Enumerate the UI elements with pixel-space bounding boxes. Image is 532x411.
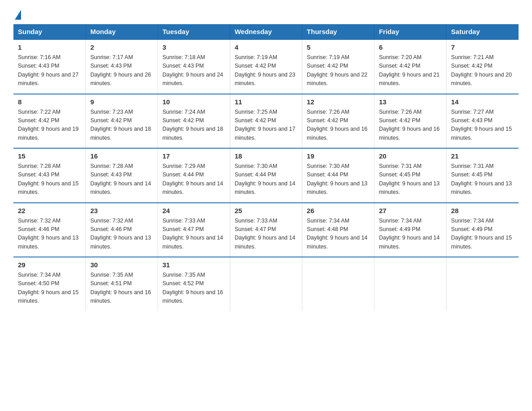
calendar-day-cell [446, 257, 519, 311]
calendar-day-cell: 7 Sunrise: 7:21 AM Sunset: 4:42 PM Dayli… [446, 39, 519, 94]
day-info: Sunrise: 7:17 AM Sunset: 4:43 PM Dayligh… [90, 53, 153, 88]
day-info: Sunrise: 7:33 AM Sunset: 4:47 PM Dayligh… [163, 217, 225, 252]
day-info: Sunrise: 7:30 AM Sunset: 4:44 PM Dayligh… [307, 162, 369, 197]
calendar-week-row: 8 Sunrise: 7:22 AM Sunset: 4:42 PM Dayli… [13, 94, 519, 149]
header [13, 9, 519, 20]
day-info: Sunrise: 7:25 AM Sunset: 4:42 PM Dayligh… [235, 108, 297, 143]
calendar-day-cell: 3 Sunrise: 7:18 AM Sunset: 4:43 PM Dayli… [158, 39, 230, 94]
day-number: 24 [163, 207, 225, 214]
day-number: 5 [307, 43, 369, 51]
calendar-day-cell: 6 Sunrise: 7:20 AM Sunset: 4:42 PM Dayli… [374, 39, 446, 94]
day-info: Sunrise: 7:31 AM Sunset: 4:45 PM Dayligh… [379, 162, 442, 197]
calendar-day-cell: 24 Sunrise: 7:33 AM Sunset: 4:47 PM Dayl… [158, 203, 230, 257]
day-info: Sunrise: 7:35 AM Sunset: 4:51 PM Dayligh… [90, 271, 153, 306]
calendar-day-cell: 26 Sunrise: 7:34 AM Sunset: 4:48 PM Dayl… [302, 203, 374, 257]
day-number: 4 [235, 43, 297, 51]
calendar-day-cell: 4 Sunrise: 7:19 AM Sunset: 4:42 PM Dayli… [230, 39, 302, 94]
day-number: 28 [451, 207, 514, 214]
day-number: 21 [451, 152, 514, 160]
calendar-day-cell: 30 Sunrise: 7:35 AM Sunset: 4:51 PM Dayl… [86, 257, 158, 311]
day-info: Sunrise: 7:19 AM Sunset: 4:42 PM Dayligh… [307, 53, 369, 88]
calendar-day-cell: 18 Sunrise: 7:30 AM Sunset: 4:44 PM Dayl… [230, 148, 302, 203]
day-number: 22 [18, 207, 81, 214]
calendar-weekday-header: Wednesday [230, 24, 302, 39]
day-info: Sunrise: 7:31 AM Sunset: 4:45 PM Dayligh… [451, 162, 514, 197]
calendar-day-cell: 15 Sunrise: 7:28 AM Sunset: 4:43 PM Dayl… [13, 148, 86, 203]
calendar-day-cell [302, 257, 374, 311]
calendar-week-row: 29 Sunrise: 7:34 AM Sunset: 4:50 PM Dayl… [13, 257, 519, 311]
calendar-day-cell: 17 Sunrise: 7:29 AM Sunset: 4:44 PM Dayl… [158, 148, 230, 203]
day-info: Sunrise: 7:28 AM Sunset: 4:43 PM Dayligh… [18, 162, 81, 197]
day-info: Sunrise: 7:26 AM Sunset: 4:42 PM Dayligh… [379, 108, 442, 143]
calendar-week-row: 22 Sunrise: 7:32 AM Sunset: 4:46 PM Dayl… [13, 203, 519, 257]
day-info: Sunrise: 7:32 AM Sunset: 4:46 PM Dayligh… [18, 217, 81, 252]
day-info: Sunrise: 7:21 AM Sunset: 4:42 PM Dayligh… [451, 53, 514, 88]
calendar-day-cell: 2 Sunrise: 7:17 AM Sunset: 4:43 PM Dayli… [86, 39, 158, 94]
day-number: 31 [163, 261, 225, 269]
calendar-day-cell: 22 Sunrise: 7:32 AM Sunset: 4:46 PM Dayl… [13, 203, 86, 257]
day-info: Sunrise: 7:24 AM Sunset: 4:42 PM Dayligh… [163, 108, 225, 143]
day-number: 1 [18, 43, 81, 51]
calendar-day-cell: 29 Sunrise: 7:34 AM Sunset: 4:50 PM Dayl… [13, 257, 86, 311]
day-info: Sunrise: 7:30 AM Sunset: 4:44 PM Dayligh… [235, 162, 297, 197]
day-number: 9 [90, 98, 153, 106]
calendar-day-cell: 1 Sunrise: 7:16 AM Sunset: 4:43 PM Dayli… [13, 39, 86, 94]
logo-triangle-icon [15, 10, 21, 20]
calendar-day-cell [230, 257, 302, 311]
calendar-day-cell [374, 257, 446, 311]
day-number: 2 [90, 43, 153, 51]
calendar-day-cell: 8 Sunrise: 7:22 AM Sunset: 4:42 PM Dayli… [13, 94, 86, 149]
calendar-day-cell: 23 Sunrise: 7:32 AM Sunset: 4:46 PM Dayl… [86, 203, 158, 257]
day-info: Sunrise: 7:18 AM Sunset: 4:43 PM Dayligh… [163, 53, 225, 88]
calendar-day-cell: 16 Sunrise: 7:28 AM Sunset: 4:43 PM Dayl… [86, 148, 158, 203]
calendar-weekday-header: Friday [374, 24, 446, 39]
calendar-day-cell: 28 Sunrise: 7:34 AM Sunset: 4:49 PM Dayl… [446, 203, 519, 257]
calendar-day-cell: 10 Sunrise: 7:24 AM Sunset: 4:42 PM Dayl… [158, 94, 230, 149]
day-number: 23 [90, 207, 153, 214]
day-number: 20 [379, 152, 442, 160]
day-number: 12 [307, 98, 369, 106]
calendar-weekday-header: Sunday [13, 24, 86, 39]
day-number: 25 [235, 207, 297, 214]
day-info: Sunrise: 7:19 AM Sunset: 4:42 PM Dayligh… [235, 53, 297, 88]
calendar-day-cell: 31 Sunrise: 7:35 AM Sunset: 4:52 PM Dayl… [158, 257, 230, 311]
calendar-weekday-header: Saturday [446, 24, 519, 39]
calendar-day-cell: 21 Sunrise: 7:31 AM Sunset: 4:45 PM Dayl… [446, 148, 519, 203]
day-number: 3 [163, 43, 225, 51]
day-number: 10 [163, 98, 225, 106]
day-number: 17 [163, 152, 225, 160]
day-info: Sunrise: 7:35 AM Sunset: 4:52 PM Dayligh… [163, 271, 225, 306]
day-info: Sunrise: 7:28 AM Sunset: 4:43 PM Dayligh… [90, 162, 153, 197]
calendar-weekday-header: Monday [86, 24, 158, 39]
day-info: Sunrise: 7:29 AM Sunset: 4:44 PM Dayligh… [163, 162, 225, 197]
calendar-weekday-header: Thursday [302, 24, 374, 39]
day-info: Sunrise: 7:22 AM Sunset: 4:42 PM Dayligh… [18, 108, 81, 143]
calendar-header-row: SundayMondayTuesdayWednesdayThursdayFrid… [13, 24, 519, 39]
day-info: Sunrise: 7:34 AM Sunset: 4:49 PM Dayligh… [379, 217, 442, 252]
day-number: 29 [18, 261, 81, 269]
day-info: Sunrise: 7:34 AM Sunset: 4:50 PM Dayligh… [18, 271, 81, 306]
day-number: 27 [379, 207, 442, 214]
day-number: 13 [379, 98, 442, 106]
calendar-day-cell: 19 Sunrise: 7:30 AM Sunset: 4:44 PM Dayl… [302, 148, 374, 203]
day-info: Sunrise: 7:23 AM Sunset: 4:42 PM Dayligh… [90, 108, 153, 143]
day-info: Sunrise: 7:26 AM Sunset: 4:42 PM Dayligh… [307, 108, 369, 143]
calendar-day-cell: 20 Sunrise: 7:31 AM Sunset: 4:45 PM Dayl… [374, 148, 446, 203]
day-number: 16 [90, 152, 153, 160]
day-info: Sunrise: 7:16 AM Sunset: 4:43 PM Dayligh… [18, 53, 81, 88]
day-number: 30 [90, 261, 153, 269]
day-info: Sunrise: 7:33 AM Sunset: 4:47 PM Dayligh… [235, 217, 297, 252]
day-info: Sunrise: 7:27 AM Sunset: 4:43 PM Dayligh… [451, 108, 514, 143]
day-number: 14 [451, 98, 514, 106]
calendar-day-cell: 13 Sunrise: 7:26 AM Sunset: 4:42 PM Dayl… [374, 94, 446, 149]
day-number: 6 [379, 43, 442, 51]
calendar-weekday-header: Tuesday [158, 24, 230, 39]
calendar-day-cell: 27 Sunrise: 7:34 AM Sunset: 4:49 PM Dayl… [374, 203, 446, 257]
logo [13, 9, 22, 20]
day-info: Sunrise: 7:34 AM Sunset: 4:49 PM Dayligh… [451, 217, 514, 252]
day-info: Sunrise: 7:34 AM Sunset: 4:48 PM Dayligh… [307, 217, 369, 252]
day-number: 8 [18, 98, 81, 106]
calendar-day-cell: 12 Sunrise: 7:26 AM Sunset: 4:42 PM Dayl… [302, 94, 374, 149]
day-number: 26 [307, 207, 369, 214]
calendar-table: SundayMondayTuesdayWednesdayThursdayFrid… [13, 24, 519, 311]
